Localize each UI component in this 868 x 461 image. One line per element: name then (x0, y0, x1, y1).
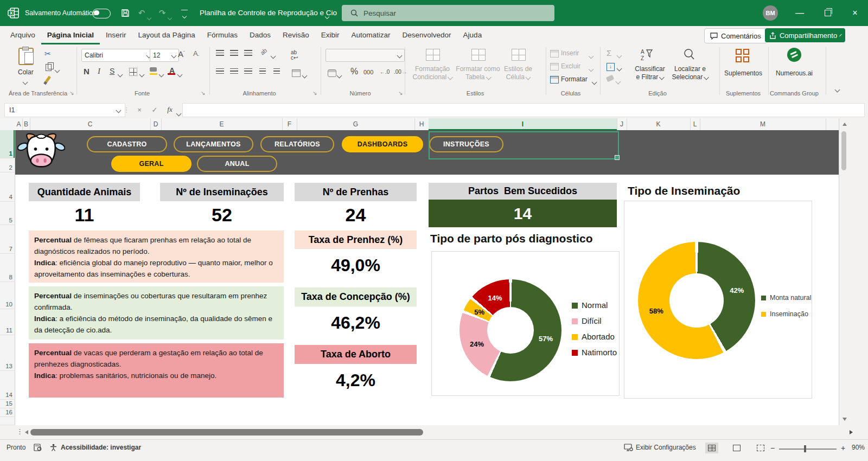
clear-dropdown-icon[interactable] (616, 78, 620, 85)
merge-dropdown-icon[interactable] (303, 72, 307, 79)
fill-down-icon[interactable]: ↓ (607, 63, 615, 71)
underline-icon[interactable]: S (110, 67, 114, 75)
tab-dados[interactable]: Dados (244, 26, 277, 44)
cell-styles-button[interactable]: Estilos deCélula (504, 65, 532, 81)
column-header-I[interactable]: I (429, 118, 617, 130)
copy-dropdown-icon[interactable] (55, 66, 59, 74)
row-header-16[interactable]: 16 (0, 408, 15, 417)
align-middle-icon[interactable] (230, 50, 238, 56)
orientation-icon[interactable]: ab (259, 47, 268, 56)
delete-cells-button[interactable]: Excluir (561, 62, 580, 70)
format-as-table-button[interactable]: Formatar comoTabela (456, 65, 500, 81)
save-icon[interactable] (120, 8, 130, 18)
italic-icon[interactable]: I (98, 67, 100, 75)
tab-exibir[interactable]: Exibir (315, 26, 346, 44)
currency-icon[interactable] (328, 69, 336, 77)
row-header-13[interactable]: 13 (0, 335, 15, 371)
decrease-indent-icon[interactable] (259, 68, 266, 74)
thousands-icon[interactable]: 000 (363, 69, 373, 75)
restore-button[interactable] (816, 0, 840, 26)
scrollbar-grip-icon[interactable]: ⋮ (16, 427, 23, 436)
tab-ajuda[interactable]: Ajuda (457, 26, 488, 44)
namebox-splitter-icon[interactable]: ⋮ (119, 103, 133, 116)
display-settings-icon[interactable] (624, 444, 633, 451)
zoom-in-icon[interactable]: + (841, 444, 845, 452)
vertical-scroll-thumb[interactable] (841, 131, 846, 170)
avatar[interactable]: BM (763, 5, 778, 21)
column-header-K[interactable]: K (627, 118, 691, 130)
tab-arquivo[interactable]: Arquivo (4, 26, 41, 44)
format-cells-icon[interactable] (550, 76, 559, 84)
column-header-M[interactable]: M (700, 118, 826, 130)
zoom-slider-thumb[interactable] (804, 445, 806, 452)
percent-icon[interactable]: % (350, 67, 358, 76)
increase-indent-icon[interactable] (273, 68, 280, 74)
delete-cells-icon[interactable] (550, 63, 559, 71)
formula-dropdown-icon[interactable] (177, 108, 181, 118)
accessibility-icon[interactable] (50, 444, 57, 451)
comments-button[interactable]: Comentários (704, 28, 767, 43)
decrease-font-icon[interactable]: Aˇ (193, 50, 199, 59)
paste-dropdown-icon[interactable] (23, 78, 27, 86)
insert-function-icon[interactable]: fx (163, 103, 177, 116)
currency-dropdown-icon[interactable] (337, 72, 341, 79)
column-header-A[interactable]: A (15, 118, 23, 130)
scroll-up-icon[interactable] (843, 123, 847, 126)
number-format-select[interactable] (326, 49, 405, 62)
tab-página-inicial[interactable]: Página Inicial (41, 26, 100, 44)
format-dropdown-icon[interactable] (592, 78, 596, 86)
scroll-right-icon[interactable] (850, 430, 853, 434)
tab-inserir[interactable]: Inserir (100, 26, 132, 44)
row-header-7[interactable]: 7 (0, 225, 15, 254)
row-header-1[interactable]: 1 (0, 130, 15, 158)
insert-cells-icon[interactable] (550, 50, 559, 57)
fill-color-icon[interactable] (150, 67, 157, 72)
font-dialog-launcher-icon[interactable]: ↘ (201, 90, 205, 96)
title-dropdown-icon[interactable] (326, 11, 329, 21)
page-layout-view-icon[interactable] (730, 443, 743, 453)
document-title[interactable]: Planilha de Controle de Reprodução e Cio (200, 9, 337, 17)
normal-view-icon[interactable] (705, 443, 718, 453)
collapse-ribbon-icon[interactable] (835, 86, 839, 93)
tab-revisão[interactable]: Revisão (277, 26, 315, 44)
number-dialog-launcher-icon[interactable]: ↘ (398, 90, 403, 96)
redo-icon[interactable]: ↷ (157, 8, 167, 18)
wrap-text-icon[interactable]: abc↩ (291, 50, 298, 61)
delete-dropdown-icon[interactable] (589, 65, 593, 73)
column-header-E[interactable]: E (161, 118, 283, 130)
zoom-out-icon[interactable]: − (770, 444, 775, 452)
align-center-icon[interactable] (230, 68, 238, 74)
align-left-icon[interactable] (216, 68, 224, 74)
page-break-view-icon[interactable] (754, 443, 767, 453)
tab-automatizar[interactable]: Automatizar (346, 26, 397, 44)
column-header-J[interactable]: J (617, 118, 627, 130)
vertical-scrollbar[interactable] (839, 118, 868, 439)
undo-dropdown-icon[interactable] (148, 12, 151, 22)
column-header-F[interactable]: F (282, 118, 297, 130)
close-button[interactable]: × (843, 0, 867, 26)
insert-cells-button[interactable]: Inserir (561, 49, 579, 57)
orientation-dropdown-icon[interactable] (271, 52, 275, 60)
column-header-G[interactable]: G (297, 118, 415, 130)
column-header-H[interactable]: H (414, 118, 429, 130)
redo-dropdown-icon[interactable] (168, 12, 171, 22)
row-header-14[interactable]: 14 (0, 371, 15, 400)
autosave-toggle[interactable] (92, 9, 111, 18)
bold-icon[interactable]: N (84, 67, 90, 75)
fill-color-dropdown-icon[interactable] (159, 71, 163, 78)
conditional-formatting-icon[interactable] (426, 49, 440, 61)
font-size-select[interactable]: 12 (150, 49, 179, 62)
column-header-L[interactable]: L (690, 118, 700, 130)
format-as-table-icon[interactable] (471, 49, 486, 61)
align-top-icon[interactable] (216, 50, 224, 56)
zoom-level[interactable]: 90% (852, 444, 865, 451)
nav-button-dashboards[interactable]: DASHBOARDS (342, 136, 423, 152)
tab-fórmulas[interactable]: Fórmulas (201, 26, 244, 44)
align-bottom-icon[interactable] (244, 50, 252, 56)
name-box[interactable]: I1 (4, 103, 125, 117)
display-settings-label[interactable]: Exibir Configurações (636, 444, 696, 451)
underline-dropdown-icon[interactable] (118, 71, 122, 78)
cell-styles-icon[interactable] (512, 49, 526, 61)
row-header-10[interactable]: 10 (0, 282, 15, 309)
subnav-button-geral[interactable]: GERAL (111, 156, 192, 172)
